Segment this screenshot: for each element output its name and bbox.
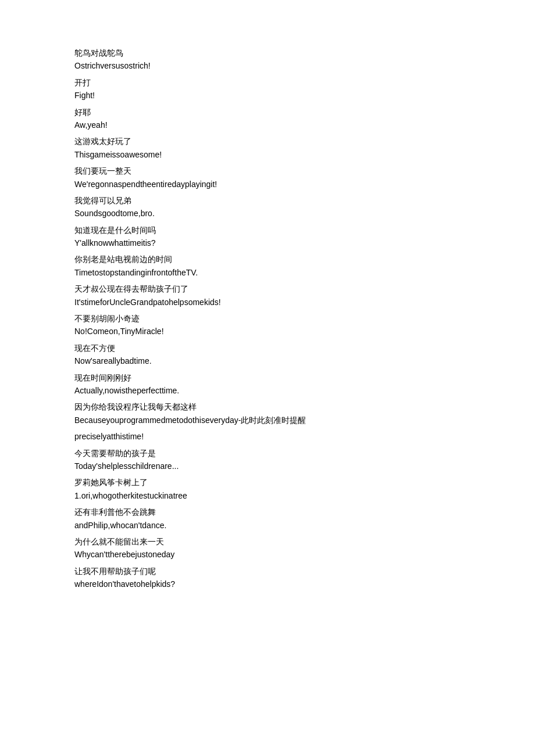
line-en-9: No!Comeon,TinyMiracle! [74, 325, 461, 338]
text-pair-14: 今天需要帮助的孩子是Today'shelplesschildrenare... [74, 447, 461, 473]
line-en-8: It'stimeforUncleGrandpatohelpsomekids! [74, 296, 461, 309]
line-en-10: Now'sareallybadtime. [74, 354, 461, 367]
line-zh-2: 好耶 [74, 106, 461, 119]
line-zh-6: 知道现在是什么时间吗 [74, 224, 461, 237]
text-pair-17: 为什么就不能留出来一天Whycan'ttherebejustoneday [74, 535, 461, 561]
line-en-12: Becauseyouprogrammedmetodothiseveryday-此… [74, 414, 461, 427]
line-en-15: 1.ori,whogotherkitestuckinatree [74, 489, 461, 502]
text-pair-11: 现在时间刚刚好Actually,nowistheperfecttime. [74, 371, 461, 397]
text-pair-7: 你别老是站电视前边的时间Timetostopstandinginfrontoft… [74, 253, 461, 279]
line-zh-8: 天才叔公现在得去帮助孩子们了 [74, 282, 461, 295]
text-pair-12: 因为你给我设程序让我每天都这样Becauseyouprogrammedmetod… [74, 400, 461, 427]
line-en-14: Today'shelplesschildrenare... [74, 460, 461, 472]
line-en-6: Y'allknowwhattimeitis? [74, 237, 461, 249]
line-zh-0: 鸵鸟对战鸵鸟 [74, 46, 461, 59]
text-pair-18: 让我不用帮助孩子们呢whereIdon'thavetohelpkids? [74, 565, 461, 591]
line-zh-9: 不要别胡闹小奇迹 [74, 312, 461, 325]
text-pair-0: 鸵鸟对战鸵鸟Ostrichversusostrich! [74, 46, 461, 73]
line-en-7: TimetostopstandinginfrontoftheTV. [74, 266, 461, 279]
line-en-5: Soundsgoodtome,bro. [74, 207, 461, 220]
content-container: 鸵鸟对战鸵鸟Ostrichversusostrich!开打Fight!好耶Aw,… [74, 46, 461, 590]
line-zh-4: 我们要玩一整天 [74, 164, 461, 177]
line-zh-18: 让我不用帮助孩子们呢 [74, 565, 461, 578]
line-zh-3: 这游戏太好玩了 [74, 135, 461, 148]
line-zh-12: 因为你给我设程序让我每天都这样 [74, 400, 461, 413]
text-pair-16: 还有非利普他不会跳舞andPhilip,whocan'tdance. [74, 506, 461, 532]
line-en-13: preciselyatthistime! [74, 430, 461, 443]
line-zh-14: 今天需要帮助的孩子是 [74, 447, 461, 460]
text-pair-1: 开打Fight! [74, 76, 461, 102]
line-zh-16: 还有非利普他不会跳舞 [74, 506, 461, 518]
line-en-3: Thisgameissoawesome! [74, 148, 461, 161]
line-zh-10: 现在不方便 [74, 342, 461, 354]
line-zh-7: 你别老是站电视前边的时间 [74, 253, 461, 266]
line-en-11: Actually,nowistheperfecttime. [74, 384, 461, 397]
line-zh-11: 现在时间刚刚好 [74, 371, 461, 384]
text-pair-9: 不要别胡闹小奇迹No!Comeon,TinyMiracle! [74, 312, 461, 338]
text-pair-3: 这游戏太好玩了Thisgameissoawesome! [74, 135, 461, 161]
line-en-4: We'regonnaspendtheentiredayplayingit! [74, 178, 461, 191]
text-pair-6: 知道现在是什么时间吗Y'allknowwhattimeitis? [74, 224, 461, 250]
line-en-2: Aw,yeah! [74, 119, 461, 131]
text-pair-8: 天才叔公现在得去帮助孩子们了It'stimeforUncleGrandpatoh… [74, 282, 461, 309]
line-en-17: Whycan'ttherebejustoneday [74, 548, 461, 561]
line-en-1: Fight! [74, 89, 461, 102]
line-en-0: Ostrichversusostrich! [74, 59, 461, 72]
line-zh-17: 为什么就不能留出来一天 [74, 535, 461, 548]
text-pair-5: 我觉得可以兄弟Soundsgoodtome,bro. [74, 194, 461, 220]
text-pair-4: 我们要玩一整天We'regonnaspendtheentiredayplayin… [74, 164, 461, 191]
text-pair-10: 现在不方便Now'sareallybadtime. [74, 342, 461, 368]
line-zh-15: 罗莉她风筝卡树上了 [74, 476, 461, 489]
text-pair-13: preciselyatthistime! [74, 430, 461, 443]
line-zh-1: 开打 [74, 76, 461, 89]
line-zh-5: 我觉得可以兄弟 [74, 194, 461, 207]
text-pair-2: 好耶Aw,yeah! [74, 106, 461, 132]
text-pair-15: 罗莉她风筝卡树上了1.ori,whogotherkitestuckinatree [74, 476, 461, 502]
line-en-18: whereIdon'thavetohelpkids? [74, 578, 461, 590]
line-en-16: andPhilip,whocan'tdance. [74, 519, 461, 532]
